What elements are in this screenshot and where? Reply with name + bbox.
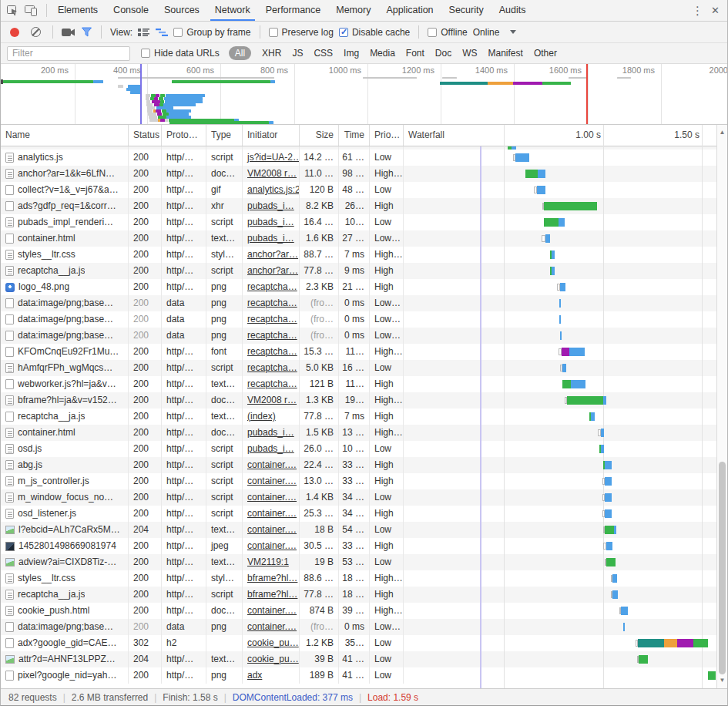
table-row[interactable]: adx?google_gid=CAE…302h2cookie_pu…1.2 KB… (1, 635, 727, 651)
request-initiator-link[interactable]: container.… (247, 621, 297, 632)
request-initiator-link[interactable]: cookie_pu… (247, 654, 299, 664)
request-initiator-link[interactable]: container.… (247, 605, 297, 616)
request-initiator-link[interactable]: recaptcha… (247, 378, 297, 389)
tab-network[interactable]: Network (207, 0, 258, 21)
table-row[interactable]: recaptcha__ja.js200http/…scriptbframe?hl… (1, 587, 727, 603)
filter-pill-font[interactable]: Font (406, 48, 424, 59)
offline-toggle[interactable]: Offline (428, 27, 467, 38)
table-row[interactable]: container.html200http/…text…pubads_i…1.6… (1, 230, 727, 247)
scrollbar-thumb[interactable] (719, 462, 726, 674)
request-initiator-link[interactable]: pubads_i… (247, 233, 294, 244)
column-header-waterfall[interactable]: Waterfall 1.00 s 1.50 s (404, 125, 728, 146)
request-initiator-link[interactable]: container.… (247, 508, 297, 519)
table-row[interactable]: adview?ai=CIXD8Tiz-…200http/…text…VM2119… (1, 554, 727, 570)
request-initiator-link[interactable]: pubads_i… (247, 443, 294, 454)
filter-pill-doc[interactable]: Doc (435, 48, 451, 59)
request-initiator-link[interactable]: container.… (247, 492, 297, 503)
disable-cache-checkbox[interactable] (339, 28, 348, 37)
close-icon[interactable]: ✕ (711, 5, 720, 16)
table-row[interactable]: cookie_push.html200http/…doc…container.…… (1, 603, 727, 619)
table-row[interactable]: logo_48.png200http/…pngrecaptcha…2.3 KB2… (1, 279, 727, 295)
request-initiator-link[interactable]: recaptcha… (247, 346, 297, 357)
request-initiator-link[interactable]: bframe?hl… (247, 589, 297, 600)
table-row[interactable]: recaptcha__ja.js200http/…scriptanchor?ar… (1, 263, 727, 279)
filter-pill-xhr[interactable]: XHR (262, 48, 281, 59)
group-by-frame-checkbox[interactable] (173, 28, 183, 37)
preserve-log-checkbox[interactable] (269, 28, 278, 37)
request-initiator-link[interactable]: adx (247, 670, 262, 681)
table-row[interactable]: abg.js200http/…scriptcontainer.…22.4 …33… (1, 457, 727, 473)
filter-funnel-icon[interactable] (81, 27, 92, 37)
large-request-rows-icon[interactable] (138, 28, 150, 37)
tab-audits[interactable]: Audits (491, 0, 534, 21)
filter-pill-css[interactable]: CSS (314, 48, 333, 59)
request-initiator-link[interactable]: bframe?hl… (247, 573, 297, 583)
table-row[interactable]: data:image/png;base…200datapngrecaptcha…… (1, 328, 727, 344)
table-row[interactable]: pubads_impl_renderi…200http/…scriptpubad… (1, 214, 727, 230)
table-row[interactable]: container.html200http/…doc…pubads_i…1.5 … (1, 425, 727, 441)
request-initiator-link[interactable]: recaptcha… (247, 330, 297, 341)
scroll-up-icon[interactable]: ▲ (717, 127, 727, 138)
table-row[interactable]: osd_listener.js200http/…scriptcontainer.… (1, 506, 727, 522)
request-initiator-link[interactable]: container.… (247, 524, 297, 535)
request-initiator-link[interactable]: recaptcha… (247, 281, 297, 292)
column-header-type[interactable]: Type (206, 125, 243, 146)
request-initiator-link[interactable]: pubads_i… (247, 200, 294, 211)
table-row[interactable]: m_js_controller.js200http/…scriptcontain… (1, 473, 727, 489)
more-options-icon[interactable]: ⋮ (692, 4, 703, 18)
table-row[interactable]: KFOmCnqEu92Fr1Mu…200http/…fontrecaptcha…… (1, 344, 727, 360)
request-initiator-link[interactable]: recaptcha… (247, 362, 297, 373)
device-toolbar-icon[interactable] (25, 5, 37, 16)
table-row[interactable]: webworker.js?hl=ja&v…200http/…text…recap… (1, 376, 727, 392)
tab-memory[interactable]: Memory (328, 0, 378, 21)
group-by-frame-toggle[interactable]: Group by frame (173, 27, 250, 38)
table-row[interactable]: data:image/png;base…200datapngcontainer.… (1, 619, 727, 635)
request-initiator-link[interactable]: pubads_i… (247, 427, 294, 438)
filter-pill-img[interactable]: Img (344, 48, 359, 59)
request-initiator-link[interactable]: recaptcha… (247, 314, 297, 324)
tab-security[interactable]: Security (441, 0, 491, 21)
show-overview-icon[interactable] (156, 28, 168, 37)
filmstrip-camera-icon[interactable] (62, 28, 75, 37)
clear-button[interactable] (31, 27, 41, 37)
filter-input[interactable] (7, 46, 130, 61)
request-initiator-link[interactable]: js?id=UA-2… (247, 152, 300, 163)
preserve-log-toggle[interactable]: Preserve log (269, 27, 334, 38)
filter-pill-js[interactable]: JS (292, 48, 303, 59)
table-row[interactable]: data:image/png;base…200datapngrecaptcha…… (1, 311, 727, 328)
hide-data-urls-toggle[interactable]: Hide data URLs (141, 48, 220, 59)
request-initiator-link[interactable]: VM2119:1 (247, 556, 289, 567)
filter-pill-media[interactable]: Media (370, 48, 395, 59)
request-initiator-link[interactable]: anchor?ar… (247, 249, 298, 260)
table-row[interactable]: m_window_focus_no…200http/…scriptcontain… (1, 489, 727, 506)
vertical-scrollbar[interactable]: ▲ ▼ (716, 125, 727, 688)
throttling-dropdown[interactable]: Online (473, 27, 517, 38)
request-initiator-link[interactable]: (index) (247, 411, 276, 422)
column-header-size[interactable]: Size (300, 125, 339, 146)
tab-console[interactable]: Console (106, 0, 156, 21)
table-row[interactable]: pixel?google_nid=yah…200http/…pngadx189 … (1, 667, 727, 684)
table-row[interactable]: attr?d=AHNF13LPPZ…204http/…text…cookie_p… (1, 651, 727, 667)
request-initiator-link[interactable]: cookie_pu… (247, 637, 299, 648)
column-header-time[interactable]: Time (339, 125, 370, 146)
request-initiator-link[interactable]: container.… (247, 459, 297, 470)
timeline-overview[interactable]: 200 ms400 ms600 ms800 ms1000 ms1200 ms14… (1, 64, 727, 125)
tab-elements[interactable]: Elements (50, 0, 106, 21)
request-initiator-link[interactable]: analytics.js:2 (247, 184, 300, 195)
table-row[interactable]: recaptcha__ja.js200http/…text…(index)77.… (1, 408, 727, 425)
column-header-status[interactable]: Status (129, 125, 162, 146)
column-header-name[interactable]: Name (1, 125, 129, 146)
table-row[interactable]: styles__ltr.css200http/…styl…bframe?hl…8… (1, 570, 727, 587)
disable-cache-toggle[interactable]: Disable cache (339, 27, 410, 38)
request-initiator-link[interactable]: VM2008 r… (247, 395, 297, 405)
table-row[interactable]: analytics.js200http/…scriptjs?id=UA-2…14… (1, 150, 727, 166)
column-header-protocol[interactable]: Proto… (162, 125, 206, 146)
table-row[interactable]: anchor?ar=1&k=6LfN…200http/…doc…VM2008 r… (1, 166, 727, 182)
request-initiator-link[interactable]: recaptcha… (247, 298, 297, 308)
table-row[interactable]: hAmfqrFPh_wgMqcs…200http/…scriptrecaptch… (1, 360, 727, 376)
filter-pill-manifest[interactable]: Manifest (488, 48, 523, 59)
table-row[interactable]: data:image/png;base…200datapngrecaptcha…… (1, 295, 727, 311)
table-row[interactable]: ads?gdfp_req=1&corr…200http/…xhrpubads_i… (1, 198, 727, 214)
request-initiator-link[interactable]: pubads_i… (247, 217, 294, 227)
column-header-priority[interactable]: Prio… (370, 125, 404, 146)
